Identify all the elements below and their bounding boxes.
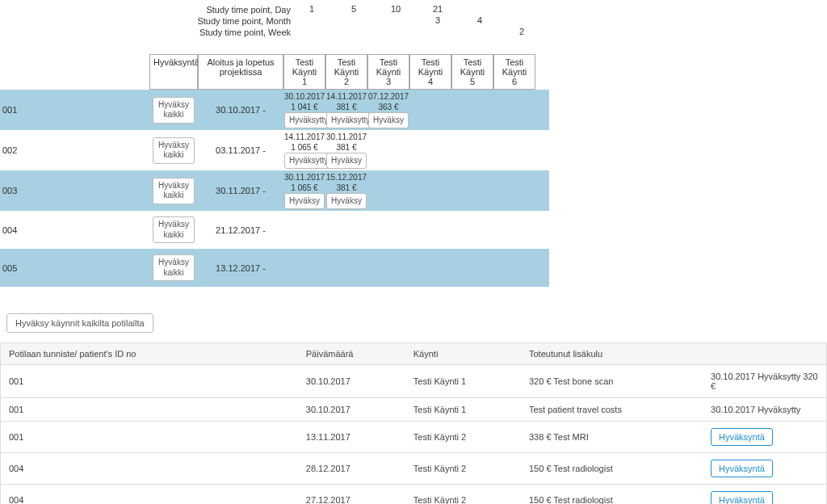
visit-date: 30.11.2017 <box>326 132 367 142</box>
approve-button[interactable]: Hyväksyntä <box>711 491 773 504</box>
col-visit: Testi Käynti1 <box>283 54 325 90</box>
visit-cost: 381 € <box>326 183 367 193</box>
start-date: 13.12.2017 - <box>198 263 283 273</box>
time-point-col: 2 <box>501 4 543 38</box>
start-date: 03.11.2017 - <box>198 145 283 155</box>
time-point-col: 213 <box>417 4 459 38</box>
table-row: 00427.12.2017Testi Käynti 2150 € Test ra… <box>1 485 827 505</box>
cell-date: 30.10.2017 <box>298 365 405 398</box>
approve-button[interactable]: Hyväksyntä <box>711 428 773 446</box>
col-date: Päivämäärä <box>298 343 405 365</box>
cell-id: 004 <box>1 453 298 485</box>
cell-cost: 320 € Test bone scan <box>521 365 703 398</box>
time-point-col: 5 <box>333 4 375 38</box>
col-visit: Käynti <box>405 343 521 365</box>
col-extra-cost: Toteutunut lisäkulu <box>521 343 703 365</box>
approve-all-button[interactable]: Hyväksykaikki <box>153 178 195 204</box>
cell-action: 30.10.2017 Hyväksytty 320 € <box>703 365 826 398</box>
visit-date: 15.12.2017 <box>326 172 367 183</box>
start-date: 30.11.2017 - <box>198 186 283 195</box>
table-row: 00113.11.2017Testi Käynti 2338 € Test MR… <box>1 422 827 453</box>
cell-id: 001 <box>1 422 298 453</box>
cell-id: 004 <box>1 485 298 505</box>
visit-date: 14.11.2017 <box>326 91 367 102</box>
visit-cost: 381 € <box>326 102 367 112</box>
start-date: 21.12.2017 - <box>198 225 283 235</box>
time-point-label: Study time point, Week <box>149 27 291 38</box>
visit-approve-button[interactable]: Hyväksy <box>326 193 367 209</box>
approve-all-patients-button[interactable]: Hyväksy käynnit kaikilta potilailta <box>6 313 153 333</box>
time-point-col: 1 <box>291 4 333 38</box>
approve-button[interactable]: Hyväksyntä <box>711 460 773 477</box>
visit-cost: 1 065 € <box>284 142 325 153</box>
cell-visit: Testi Käynti 1 <box>405 398 521 422</box>
cell-id: 001 <box>1 365 298 398</box>
approve-all-button[interactable]: Hyväksykaikki <box>153 97 195 124</box>
col-action <box>703 343 826 365</box>
time-point-col: 10 <box>375 4 417 38</box>
cell-action: 30.10.2017 Hyväksytty <box>703 398 826 422</box>
col-visit: Testi Käynti5 <box>451 54 493 90</box>
patient-id-cell: 001 <box>0 105 149 115</box>
cell-date: 28.12.2017 <box>298 453 405 485</box>
patient-id-cell: 003 <box>0 186 149 195</box>
col-patient-id: Potilaan tunniste/ patient's ID no <box>1 343 298 365</box>
cost-table: Potilaan tunniste/ patient's ID no Päivä… <box>0 342 827 504</box>
visit-cost: 1 041 € <box>284 102 325 112</box>
visit-date: 30.10.2017 <box>284 91 325 102</box>
col-visit: Testi Käynti4 <box>409 54 451 90</box>
visit-cell: 15.12.2017381 €Hyväksy <box>325 170 367 211</box>
schedule-row: 003Hyväksykaikki30.11.2017 -30.11.20171 … <box>0 170 549 211</box>
visit-cell: 30.10.20171 041 €Hyväksytty <box>283 90 325 130</box>
schedule-row: 004Hyväksykaikki21.12.2017 - <box>0 211 549 249</box>
visit-cost: 1 065 € <box>284 183 325 193</box>
visit-date: 14.11.2017 <box>284 132 325 142</box>
cell-visit: Testi Käynti 2 <box>405 485 521 505</box>
time-point-col: 4 <box>459 4 501 38</box>
cell-action: Hyväksyntä <box>703 422 826 453</box>
visit-date: 30.11.2017 <box>284 172 325 183</box>
schedule-row: 005Hyväksykaikki13.12.2017 - <box>0 249 549 287</box>
table-row: 00130.10.2017Testi Käynti 1Test patient … <box>1 398 827 422</box>
patient-id-cell: 005 <box>0 263 149 273</box>
cell-cost: 150 € Test radiologist <box>521 453 703 485</box>
col-visit: Testi Käynti6 <box>493 54 535 90</box>
col-visit: Testi Käynti3 <box>367 54 409 90</box>
visit-cost: 381 € <box>326 142 367 153</box>
cell-visit: Testi Käynti 2 <box>405 453 521 485</box>
time-point-label: Study time point, Day <box>149 4 291 15</box>
approve-all-button[interactable]: Hyväksykaikki <box>153 137 195 164</box>
table-row: 00130.10.2017Testi Käynti 1320 € Test bo… <box>1 365 827 398</box>
schedule-row: 001Hyväksykaikki30.10.2017 -30.10.20171 … <box>0 90 549 130</box>
cell-action: Hyväksyntä <box>703 485 826 505</box>
cell-cost: 338 € Test MRI <box>521 422 703 453</box>
col-approval: Hyväksyntä <box>149 54 198 90</box>
visit-approve-button[interactable]: Hyväksy <box>284 193 325 209</box>
time-points-header: Study time point, DayStudy time point, M… <box>0 4 827 38</box>
col-visit: Testi Käynti2 <box>325 54 367 90</box>
visit-cell: 14.11.20171 065 €Hyväksytty <box>283 130 325 170</box>
cell-cost: 150 € Test radiologist <box>521 485 703 505</box>
table-row: 00428.12.2017Testi Käynti 2150 € Test ra… <box>1 453 827 485</box>
visit-cell: 30.11.20171 065 €Hyväksy <box>283 170 325 211</box>
cell-date: 27.12.2017 <box>298 485 405 505</box>
visit-cell: 14.11.2017381 €Hyväksytty <box>325 90 367 130</box>
visit-cell: 30.11.2017381 €Hyväksy <box>325 130 367 170</box>
cell-action: Hyväksyntä <box>703 453 826 485</box>
visit-date: 07.12.2017 <box>368 91 409 102</box>
cell-date: 13.11.2017 <box>298 422 405 453</box>
cell-visit: Testi Käynti 2 <box>405 422 521 453</box>
cell-date: 30.10.2017 <box>298 398 405 422</box>
cell-cost: Test patient travel costs <box>521 398 703 422</box>
patient-id-cell: 002 <box>0 145 149 155</box>
approve-all-button[interactable]: Hyväksykaikki <box>153 216 195 243</box>
schedule-row: 002Hyväksykaikki03.11.2017 -14.11.20171 … <box>0 130 549 170</box>
visit-approve-button[interactable]: Hyväksy <box>326 153 367 169</box>
col-start-end: Aloitus ja lopetus projektissa <box>198 54 283 90</box>
approve-all-button[interactable]: Hyväksykaikki <box>153 254 195 281</box>
cell-id: 001 <box>1 398 298 422</box>
start-date: 30.10.2017 - <box>198 105 283 115</box>
patient-id-cell: 004 <box>0 225 149 235</box>
visit-approve-button[interactable]: Hyväksy <box>368 112 409 128</box>
visit-cost: 363 € <box>368 102 409 112</box>
